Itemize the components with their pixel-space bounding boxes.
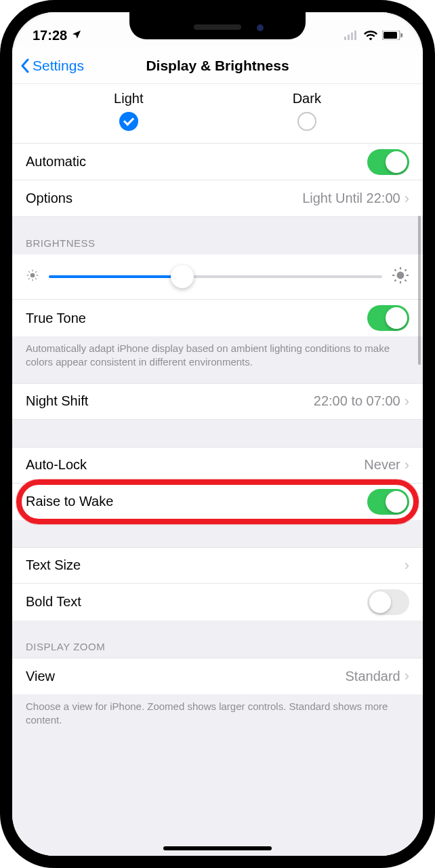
chevron-right-icon: ›: [405, 456, 409, 474]
light-mode-label: Light: [114, 91, 143, 106]
chevron-right-icon: ›: [405, 190, 409, 208]
back-button[interactable]: Settings: [12, 58, 84, 74]
home-indicator[interactable]: [163, 846, 272, 850]
bold-text-toggle[interactable]: [367, 589, 409, 615]
scroll-indicator: [418, 216, 421, 365]
wifi-icon: [364, 30, 377, 43]
view-value: Standard: [346, 669, 400, 684]
night-shift-value: 22:00 to 07:00: [314, 393, 400, 409]
raise-to-wake-row: Raise to Wake: [12, 484, 423, 520]
svg-rect-2: [351, 33, 353, 40]
auto-lock-row[interactable]: Auto-Lock Never ›: [12, 447, 423, 484]
light-mode-radio[interactable]: [119, 112, 138, 131]
svg-line-12: [28, 271, 30, 273]
status-time: 17:28: [33, 28, 67, 43]
location-icon: [71, 28, 82, 43]
back-label: Settings: [33, 58, 84, 74]
text-size-label: Text Size: [26, 557, 405, 573]
cellular-icon: [344, 31, 359, 43]
sun-large-icon: [392, 267, 409, 287]
chevron-right-icon: ›: [405, 393, 409, 410]
options-value: Light Until 22:00: [302, 191, 400, 206]
appearance-mode-row: Light Dark: [12, 84, 423, 144]
options-row[interactable]: Options Light Until 22:00 ›: [12, 180, 423, 217]
true-tone-toggle[interactable]: [367, 305, 409, 331]
chevron-right-icon: ›: [405, 667, 409, 685]
svg-rect-0: [344, 37, 346, 40]
svg-line-23: [394, 280, 396, 281]
svg-line-13: [35, 278, 37, 279]
view-footer: Choose a view for iPhone. Zoomed shows l…: [12, 694, 423, 755]
sun-small-icon: [26, 269, 39, 285]
night-shift-row[interactable]: Night Shift 22:00 to 07:00 ›: [12, 383, 423, 420]
true-tone-footer: Automatically adapt iPhone display based…: [12, 336, 423, 383]
night-shift-label: Night Shift: [26, 393, 314, 409]
bold-text-label: Bold Text: [26, 594, 367, 610]
true-tone-label: True Tone: [26, 311, 367, 326]
brightness-header: BRIGHTNESS: [12, 217, 423, 254]
raise-to-wake-toggle[interactable]: [367, 489, 409, 515]
svg-rect-3: [354, 31, 356, 40]
svg-rect-5: [384, 32, 397, 39]
device-notch: [129, 12, 306, 39]
svg-line-15: [35, 271, 37, 273]
automatic-label: Automatic: [26, 154, 367, 170]
options-label: Options: [26, 191, 302, 206]
chevron-right-icon: ›: [405, 557, 409, 574]
svg-point-16: [397, 272, 405, 279]
navigation-bar: Settings Display & Brightness: [12, 47, 423, 84]
content-scroll[interactable]: Light Dark Automatic Options Light Until…: [12, 84, 423, 856]
auto-lock-label: Auto-Lock: [26, 457, 364, 473]
svg-point-7: [30, 273, 35, 278]
view-row[interactable]: View Standard ›: [12, 658, 423, 694]
text-size-row[interactable]: Text Size ›: [12, 547, 423, 584]
view-label: View: [26, 669, 346, 684]
battery-icon: [382, 31, 402, 43]
brightness-slider[interactable]: [49, 275, 382, 278]
svg-line-24: [405, 269, 407, 271]
dark-mode-label: Dark: [293, 91, 321, 106]
true-tone-row: True Tone: [12, 300, 423, 336]
svg-line-22: [405, 280, 407, 281]
automatic-toggle[interactable]: [367, 149, 409, 175]
svg-line-14: [28, 278, 30, 279]
svg-rect-6: [401, 33, 403, 37]
dark-mode-radio[interactable]: [297, 112, 316, 131]
svg-rect-1: [348, 35, 350, 40]
auto-lock-value: Never: [364, 457, 400, 473]
display-zoom-header: DISPLAY ZOOM: [12, 620, 423, 658]
svg-line-21: [394, 269, 396, 271]
automatic-row: Automatic: [12, 144, 423, 180]
bold-text-row: Bold Text: [12, 584, 423, 620]
brightness-slider-row: [12, 254, 423, 300]
raise-to-wake-label: Raise to Wake: [26, 494, 367, 509]
